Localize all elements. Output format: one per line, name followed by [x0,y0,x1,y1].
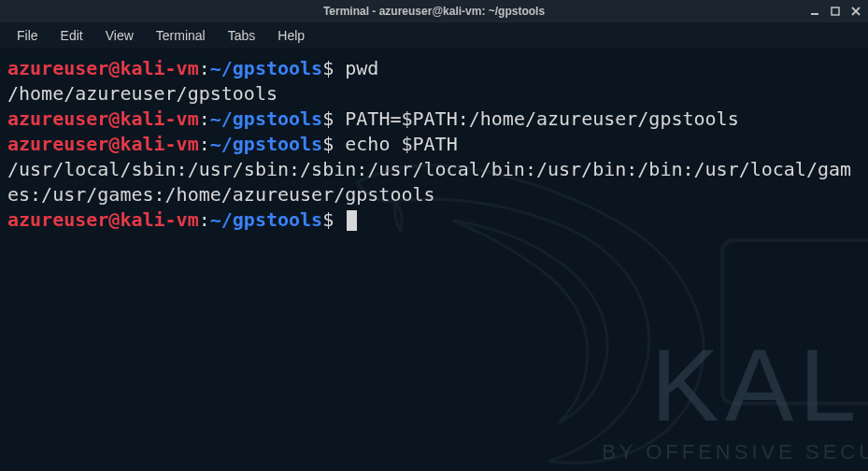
svg-rect-0 [811,13,818,15]
terminal-output[interactable]: KALI BY OFFENSIVE SECUR azureuser@kali-v… [0,49,868,471]
prompt-path: ~/gpstools [210,57,322,79]
close-button[interactable] [849,5,862,18]
svg-rect-1 [832,7,839,15]
prompt-symbol: $ [322,133,334,155]
terminal-line: azureuser@kali-vm:~/gpstools$ echo $PATH [7,132,861,157]
terminal-line: azureuser@kali-vm:~/gpstools$ PATH=$PATH… [7,107,861,132]
prompt-separator: : [199,107,210,130]
menu-terminal[interactable]: Terminal [147,24,215,47]
prompt-user: azureuser@kali-vm [7,208,199,231]
menu-help[interactable]: Help [268,24,314,47]
cursor [347,210,357,231]
prompt-separator: : [199,208,210,231]
menu-tabs[interactable]: Tabs [219,24,265,47]
command-text: pwd [345,57,378,79]
prompt-path: ~/gpstools [210,107,322,130]
menu-edit[interactable]: Edit [51,24,92,47]
prompt-path: ~/gpstools [210,133,322,155]
menu-file[interactable]: File [7,24,48,47]
prompt-separator: : [199,57,210,79]
command-text: PATH=$PATH:/home/azureuser/gpstools [345,107,738,130]
kali-logo-text: KALI [602,338,868,431]
menu-view[interactable]: View [96,24,143,47]
window-title: Terminal - azureuser@kali-vm: ~/gpstools [323,5,545,18]
prompt-user: azureuser@kali-vm [7,57,199,79]
command-text: echo $PATH [345,133,457,155]
titlebar: Terminal - azureuser@kali-vm: ~/gpstools [0,0,868,22]
terminal-output-line: /usr/local/sbin:/usr/sbin:/sbin:/usr/loc… [7,157,861,207]
prompt-path: ~/gpstools [210,208,322,231]
terminal-output-line: /home/azureuser/gpstools [7,81,861,107]
terminal-line: azureuser@kali-vm:~/gpstools$ pwd [7,56,861,81]
window-controls [808,5,862,18]
prompt-separator: : [199,133,210,155]
menubar: File Edit View Terminal Tabs Help [0,22,868,49]
prompt-user: azureuser@kali-vm [7,133,199,155]
kali-subtitle: BY OFFENSIVE SECUR [602,438,868,466]
prompt-user: azureuser@kali-vm [7,107,199,130]
svg-rect-2 [722,240,868,404]
maximize-button[interactable] [829,5,842,18]
prompt-symbol: $ [322,57,334,79]
prompt-symbol: $ [322,107,334,130]
prompt-symbol: $ [322,208,334,231]
minimize-button[interactable] [808,5,821,18]
terminal-line: azureuser@kali-vm:~/gpstools$ [7,207,861,233]
background-branding: KALI BY OFFENSIVE SECUR [602,338,868,466]
